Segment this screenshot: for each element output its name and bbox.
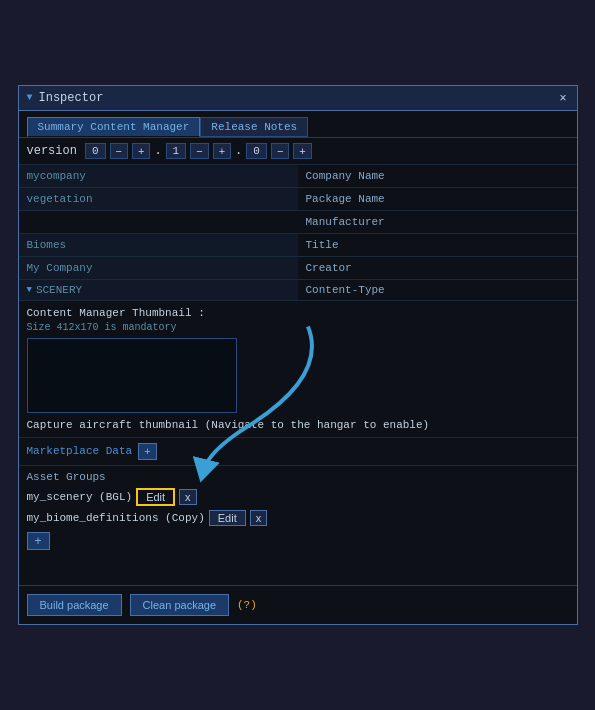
company-value: mycompany [19,165,298,187]
title-bar-left: ▼ Inspector [27,91,104,105]
inspector-window: ▼ Inspector × Summary Content Manager Re… [18,85,578,625]
list-item: my_scenery (BGL) Edit x [27,488,569,506]
add-group-button[interactable]: + [27,532,50,550]
package-name-label: Package Name [298,188,577,210]
marketplace-label: Marketplace Data [27,445,133,457]
spacer-section [19,555,577,585]
version-label: version [27,144,77,158]
title-value: Biomes [19,234,298,256]
build-package-button[interactable]: Build package [27,594,122,616]
remove-button-1[interactable]: x [250,510,268,526]
field-row-1: vegetation Package Name [19,188,577,211]
asset-name-1: my_biome_definitions (Copy) [27,512,205,524]
content-type-row: ▼ SCENERY Content-Type [19,280,577,301]
version-dot-1: . [154,144,161,158]
field-row-2: Manufacturer [19,211,577,234]
asset-groups-label: Asset Groups [27,471,569,483]
version-patch-minus[interactable]: − [271,143,289,159]
collapse-triangle-icon: ▼ [27,92,33,103]
tab-summary-content-manager[interactable]: Summary Content Manager [27,117,201,137]
edit-button-1[interactable]: Edit [209,510,246,526]
content-type-value: SCENERY [36,284,82,296]
marketplace-row: Marketplace Data + [19,438,577,466]
version-minor-plus[interactable]: + [213,143,231,159]
tab-release-notes[interactable]: Release Notes [200,117,308,137]
version-minor-minus[interactable]: − [190,143,208,159]
version-patch-plus[interactable]: + [293,143,311,159]
edit-button-0[interactable]: Edit [136,488,175,506]
field-row-3: Biomes Title [19,234,577,257]
thumbnail-box[interactable] [27,338,237,413]
close-button[interactable]: × [557,91,568,105]
company-name-label: Company Name [298,165,577,187]
clean-package-button[interactable]: Clean package [130,594,229,616]
window-title: Inspector [39,91,104,105]
thumbnail-section: Content Manager Thumbnail : Size 412x170… [19,301,577,438]
thumbnail-hint: Size 412x170 is mandatory [27,322,569,333]
remove-button-0[interactable]: x [179,489,197,505]
asset-name-0: my_scenery (BGL) [27,491,133,503]
bottom-bar: Build package Clean package (?) [19,585,577,624]
content-type-label: Content-Type [298,280,577,300]
field-row-4: My Company Creator [19,257,577,280]
version-major-plus[interactable]: + [132,143,150,159]
fields-section: mycompany Company Name vegetation Packag… [19,165,577,301]
thumbnail-label: Content Manager Thumbnail : [27,307,569,319]
asset-groups-section: Asset Groups my_scenery (BGL) Edit x my_… [19,466,577,555]
version-patch: 0 [246,143,267,159]
version-major-minus[interactable]: − [110,143,128,159]
version-major: 0 [85,143,106,159]
list-item: my_biome_definitions (Copy) Edit x [27,510,569,526]
field-row-0: mycompany Company Name [19,165,577,188]
capture-text: Capture aircraft thumbnail (Navigate to … [27,419,569,431]
dropdown-triangle-icon: ▼ [27,285,32,295]
title-bar: ▼ Inspector × [19,86,577,111]
package-value: vegetation [19,188,298,210]
title-label: Title [298,234,577,256]
help-icon[interactable]: (?) [237,599,257,611]
version-minor: 1 [166,143,187,159]
marketplace-add-button[interactable]: + [138,443,156,460]
manufacturer-value [19,211,298,233]
content-type-left[interactable]: ▼ SCENERY [19,280,298,300]
version-row: version 0 − + . 1 − + . 0 − + [19,138,577,165]
version-dot-2: . [235,144,242,158]
manufacturer-label: Manufacturer [298,211,577,233]
tabs-row: Summary Content Manager Release Notes [19,111,577,138]
creator-value: My Company [19,257,298,279]
creator-label: Creator [298,257,577,279]
